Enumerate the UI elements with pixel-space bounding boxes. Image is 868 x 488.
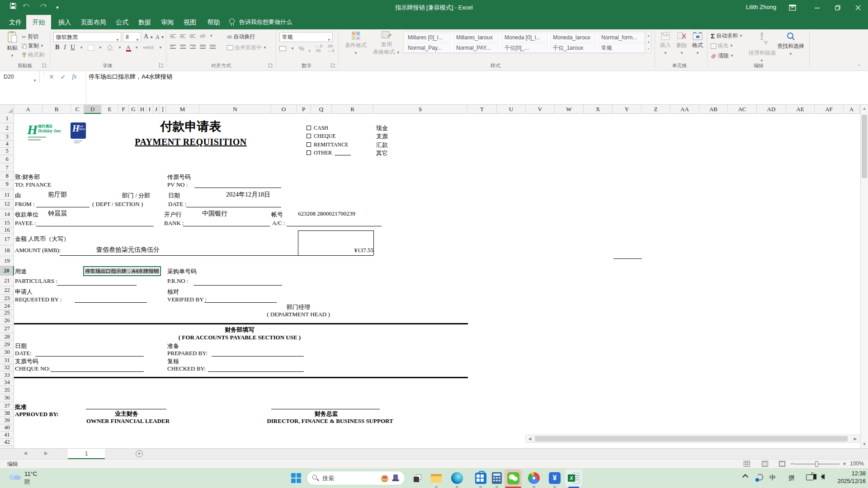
form-text: DATE: xyxy=(15,350,32,357)
form-text: AMOUNT (RMB): xyxy=(15,247,61,254)
zoom-slider-knob[interactable] xyxy=(815,461,818,467)
form-text: 核对 xyxy=(167,288,179,296)
page-break-view-icon[interactable] xyxy=(779,461,785,467)
cloudy-icon xyxy=(8,472,22,481)
zoom-out-icon[interactable]: − xyxy=(790,460,794,467)
yen-app-icon: ¥ xyxy=(549,472,561,484)
sheet-canvas[interactable]: H 假日酒店 Holiday Inn H EXPRESS 付款申请表 PAYME… xyxy=(0,0,868,488)
taskbar-clock[interactable]: 12:38 2025/12/16 xyxy=(834,470,866,485)
form-text: 金额 人民币（大写） xyxy=(15,235,69,243)
tray-expand-icon[interactable] xyxy=(742,474,748,480)
vertical-scroll-thumb[interactable] xyxy=(862,115,867,178)
form-text: 财务总监 xyxy=(315,410,338,418)
task-view-icon xyxy=(413,474,422,483)
form-text: ( DEPARTMENT HEAD ) xyxy=(267,311,330,318)
form-text: 部门经理 xyxy=(287,303,310,311)
ime-pinyin-indicator[interactable]: 拼 xyxy=(788,474,795,482)
pay-method-zh: 汇款 xyxy=(376,141,388,149)
form-text: 623208 2800021700239 xyxy=(298,210,355,217)
form-text: 由 xyxy=(15,192,21,200)
form-line xyxy=(212,356,304,357)
form-text: 开户行 xyxy=(164,211,182,219)
form-text: PV NO : xyxy=(167,181,188,188)
wechat-icon xyxy=(507,472,519,484)
form-line xyxy=(613,258,642,259)
normal-view-icon[interactable] xyxy=(744,461,750,467)
form-title-en: PAYMENT REQUISITION xyxy=(135,137,247,147)
form-text: 批准 xyxy=(15,403,27,411)
scroll-left-icon[interactable]: ◀ xyxy=(526,435,534,442)
pay-method-zh: 现金 xyxy=(376,124,388,132)
sheet-prev-icon[interactable]: ◀ xyxy=(24,450,27,455)
form-vline xyxy=(298,230,298,255)
new-sheet-icon[interactable]: + xyxy=(136,450,143,457)
sheet-tab-1[interactable]: 1 xyxy=(68,449,105,459)
form-line xyxy=(86,409,166,409)
form-text: TO: FINANCE xyxy=(15,181,51,188)
zoom-in-icon[interactable]: + xyxy=(843,460,846,467)
form-line xyxy=(36,207,90,207)
form-line xyxy=(35,356,144,357)
form-text: CHECKED BY: xyxy=(167,365,206,372)
sync-tray-icon[interactable] xyxy=(757,474,763,480)
form-text: 钟晨晨 xyxy=(48,210,67,218)
checkbox-remittance[interactable] xyxy=(307,142,311,147)
form-line xyxy=(57,285,137,286)
form-title-zh: 付款申请表 xyxy=(160,118,222,135)
form-text: 支票号码 xyxy=(15,357,38,366)
status-mode: 编辑 xyxy=(7,460,18,468)
file-explorer-button[interactable] xyxy=(428,469,445,487)
checkbox-other[interactable] xyxy=(307,150,311,155)
checkbox-cheque[interactable] xyxy=(307,134,311,138)
form-text: ( DEPT / SECTION ) xyxy=(92,201,143,208)
form-text: 2024年12月18日 xyxy=(226,191,270,199)
scroll-up-icon[interactable]: ▲ xyxy=(861,105,868,113)
form-text: ¥137.55 xyxy=(354,247,373,254)
form-text: 致:财务部 xyxy=(15,173,40,181)
task-view-button[interactable] xyxy=(409,469,426,487)
edge-button[interactable] xyxy=(448,469,466,487)
page-layout-view-icon[interactable] xyxy=(762,461,768,467)
cell-d20-editing[interactable]: 停车场出口指示牌，A4水牌报销 xyxy=(83,266,161,276)
form-text: 日期 xyxy=(168,192,180,200)
form-line xyxy=(194,188,281,188)
volume-tray-icon[interactable] xyxy=(821,474,825,479)
excel-taskbar-button[interactable]: X xyxy=(565,469,582,487)
form-text: ( FOR ACCOUNTS PAYABLE SECTION USE ) xyxy=(179,334,301,341)
excel-icon: X xyxy=(568,472,580,484)
form-text: 帐号 xyxy=(271,211,283,219)
horizontal-scroll-thumb[interactable] xyxy=(535,436,848,441)
edge-icon xyxy=(451,472,463,484)
chrome-button[interactable] xyxy=(525,469,542,487)
other-underline xyxy=(335,155,351,155)
ime-lang-indicator[interactable]: 中 xyxy=(769,474,776,482)
holiday-inn-express-logo: H EXPRESS xyxy=(71,122,86,139)
taskbar-search-input[interactable]: 搜索 xyxy=(307,471,405,485)
sheet-tab-strip: ◀ ▶ 1 + xyxy=(0,448,868,459)
form-line xyxy=(204,302,277,303)
network-tray-icon[interactable] xyxy=(806,474,814,480)
zoom-percentage[interactable]: 100% xyxy=(850,460,864,467)
form-text: P.R.NO : xyxy=(167,277,189,285)
excel-window: ▼ 指示牌报销 [兼容模式] - Excel Lilith Zhong 文件 开… xyxy=(0,0,868,488)
form-text: 前厅部 xyxy=(48,191,67,199)
scroll-down-icon[interactable]: ▼ xyxy=(861,441,868,448)
start-button[interactable] xyxy=(288,469,305,487)
form-text: 用途 xyxy=(15,267,27,276)
sheet-next-icon[interactable]: ▶ xyxy=(44,450,48,455)
pay-method-zh: 支票 xyxy=(376,132,388,141)
scroll-right-icon[interactable]: ▶ xyxy=(851,435,859,442)
vertical-scrollbar[interactable]: ▲ ▼ xyxy=(860,105,868,448)
wechat-button[interactable] xyxy=(505,469,522,487)
finance-app-button[interactable]: ¥ xyxy=(546,469,563,487)
form-text: A/C : xyxy=(272,220,285,227)
section-divider xyxy=(14,377,468,378)
chrome-icon xyxy=(528,472,540,484)
calculator-button[interactable] xyxy=(488,469,505,487)
status-bar: 编辑 − + 100% xyxy=(0,459,868,468)
search-placeholder: 搜索 xyxy=(322,474,334,483)
checkbox-cash[interactable] xyxy=(307,126,311,130)
microsoft-store-button[interactable] xyxy=(472,469,489,487)
horizontal-scrollbar[interactable]: ◀ ▶ xyxy=(525,435,860,443)
form-text: 日期 xyxy=(15,342,27,350)
